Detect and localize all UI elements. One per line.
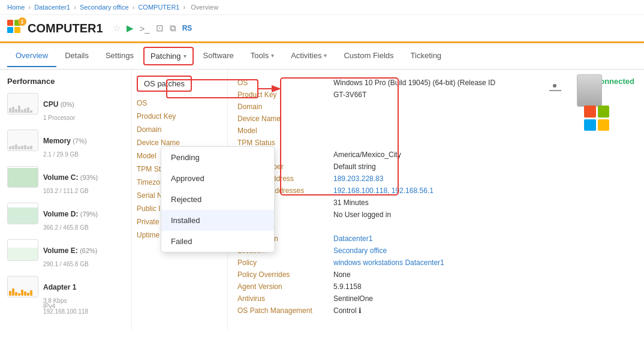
header-actions: ☆ ▶ >_ ⊡ ⧉ RS [113,23,192,34]
domain-label: Domain [237,103,333,111]
volume-d-graph [7,203,38,224]
submenu-os[interactable]: OS [137,97,222,110]
adapter-sub3: 192.168.100.118 [43,308,124,315]
app-logo: 1 [7,20,24,37]
location-value: Secondary office [333,246,634,255]
volume-e-sub: 290.1 / 465.8 GB [43,261,124,267]
org-value: Datacenter1 [333,234,634,243]
breadcrumb: Home › Datacenter1 › Secondary office › … [0,0,644,15]
idle-value: No User logged in [333,210,634,219]
tab-software[interactable]: Software [195,45,242,67]
dropdown-failed[interactable]: Failed [161,231,274,252]
volume-d-sub: 366.2 / 465.8 GB [43,224,124,231]
info-row-antivirus: Antivirus SentinelOne [237,293,634,305]
nav-tabs: Overview Details Settings Patching ▾ Sof… [0,43,644,70]
memory-sub: 2.1 / 29.9 GB [43,151,124,158]
last-login-value [333,222,634,231]
os-label: OS [237,79,333,87]
breadcrumb-computer[interactable]: COMPUTER1 [138,4,179,11]
submenu-product-key[interactable]: Product Key [137,110,222,123]
tab-tools[interactable]: Tools ▾ [242,45,282,67]
info-row-model: Model [237,125,634,137]
breadcrumb-home[interactable]: Home [7,4,25,11]
tab-ticketing[interactable]: Ticketing [402,45,450,67]
info-row-serial: Serial Number Default string [237,161,634,173]
breadcrumb-sep1: › [28,4,31,11]
memory-graph [7,130,38,151]
timezone-value: America/Mexico_City [333,151,634,159]
terminal-icon[interactable]: >_ [140,23,150,34]
tools-chevron-icon: ▾ [271,52,274,59]
info-row-domain: Domain [237,101,634,113]
tab-custom-fields[interactable]: Custom Fields [335,45,402,67]
policy-label: Policy [237,258,333,267]
breadcrumb-datacenter[interactable]: Datacenter1 [34,4,70,11]
os-patches-button[interactable]: OS patches [137,76,192,92]
page-header: 1 COMPUTER1 ☆ ▶ >_ ⊡ ⧉ RS [0,15,644,43]
volume-c-pct: (93%) [80,174,98,181]
tab-details[interactable]: Details [56,45,97,67]
policy-overrides-label: Policy Overrides [237,270,333,279]
policy-overrides-value: None [333,270,634,279]
cpu-label: CPU [43,100,61,109]
info-row-public-ip: Public IP Address 189.203.228.83 [237,173,634,185]
public-ip-value: 189.203.228.83 [333,174,634,183]
antivirus-label: Antivirus [237,294,333,303]
main-content: Performance CPU (0%) 1 P [0,70,644,330]
os-patch-label: OS Patch Management [237,306,333,315]
perf-memory: Memory (7%) 2.1 / 29.9 GB [7,130,124,158]
tab-overview[interactable]: Overview [7,45,56,67]
computer-icon-area [577,74,602,107]
info-row-agent: Agent Version 5.9.1158 [237,281,634,293]
info-row-location: Location Secondary office [237,245,634,257]
submenu-domain[interactable]: Domain [137,123,222,136]
tpm-label: TPM Status [237,139,333,147]
adapter-graph [7,276,38,297]
info-row-idle: Idle Time No User logged in [237,209,634,221]
remote-icon[interactable]: RS [182,24,192,32]
windows-big-icon [584,106,609,131]
breadcrumb-current: Overview [191,4,218,11]
breadcrumb-sep2: › [74,4,76,11]
monitor-icon[interactable]: ⊡ [156,23,164,34]
tab-tools-label: Tools [251,51,269,60]
info-row-last-login: Last Login [237,221,634,233]
agent-value: 5.9.1158 [333,282,634,291]
os-patches-dropdown: Pending Approved Rejected Installed Fail… [161,146,275,252]
dropdown-installed[interactable]: Installed [161,210,274,231]
info-row-os-patch: OS Patch Management Control ℹ [237,305,634,317]
tpm-value [333,139,634,147]
copy-icon[interactable]: ⧉ [170,23,176,34]
breadcrumb-sep4: › [183,4,186,11]
tab-patching-label: Patching [151,52,181,61]
activities-chevron-icon: ▾ [324,52,327,59]
dropdown-pending[interactable]: Pending [161,147,274,168]
info-row-policy: Policy windows workstations Datacenter1 [237,257,634,269]
agent-label: Agent Version [237,282,333,291]
breadcrumb-office[interactable]: Secondary office [80,4,129,11]
product-key-label: Product Key [237,91,333,99]
cpu-pct: (0%) [61,101,74,108]
memory-pct: (7%) [73,137,86,145]
dropdown-rejected[interactable]: Rejected [161,189,274,210]
favorite-icon[interactable]: ☆ [113,23,121,34]
volume-c-sub: 103.2 / 111.2 GB [43,188,124,194]
tab-patching[interactable]: Patching ▾ [143,47,194,65]
os-patch-value: Control ℹ [333,306,634,315]
os-patches-container: OS patches [137,76,222,92]
adapter-label: Adapter 1 [43,283,76,291]
info-table: OS Windows 10 Pro (Build 19045) (64-bit)… [237,77,634,317]
volume-d-label: Volume D: [43,210,80,218]
dropdown-approved[interactable]: Approved [161,168,274,189]
tab-activities[interactable]: Activities ▾ [282,45,335,67]
computer-tower-icon [577,74,602,107]
tab-settings[interactable]: Settings [97,45,142,67]
breadcrumb-sep3: › [133,4,135,11]
memory-label: Memory [43,137,73,145]
info-row-timezone: Timezone America/Mexico_City [237,149,634,161]
info-row-policy-overrides: Policy Overrides None [237,269,634,281]
page-title: COMPUTER1 [28,22,103,35]
cpu-sub: 1 Processor [43,115,124,121]
sidebar: Performance CPU (0%) 1 P [0,70,132,330]
play-icon[interactable]: ▶ [127,23,134,34]
